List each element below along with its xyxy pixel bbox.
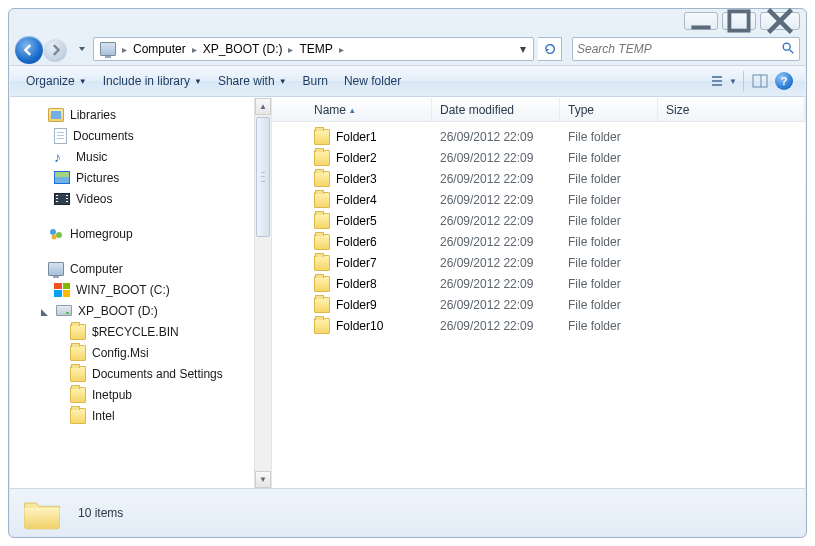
folder-icon — [314, 297, 330, 313]
minimize-button[interactable] — [684, 12, 718, 30]
scroll-up-button[interactable]: ▲ — [255, 98, 271, 115]
close-button[interactable] — [760, 12, 800, 30]
address-dropdown[interactable]: ▾ — [515, 42, 531, 56]
nav-drive-c[interactable]: WIN7_BOOT (C:) — [10, 279, 271, 300]
nav-label: Inetpub — [92, 388, 132, 402]
back-button[interactable] — [15, 36, 43, 64]
file-row[interactable]: Folder926/09/2012 22:09File folder — [272, 294, 805, 315]
nav-videos[interactable]: Videos — [10, 188, 271, 209]
forward-button[interactable] — [43, 38, 67, 62]
navigation-pane: Libraries Documents ♪Music Pictures Vide… — [10, 98, 272, 488]
folder-icon — [70, 408, 86, 424]
file-row[interactable]: Folder1026/09/2012 22:09File folder — [272, 315, 805, 336]
file-type: File folder — [560, 214, 658, 228]
refresh-button[interactable] — [538, 37, 562, 61]
organize-label: Organize — [26, 74, 75, 88]
nav-label: XP_BOOT (D:) — [78, 304, 158, 318]
burn-button[interactable]: Burn — [295, 70, 336, 92]
folder-icon — [314, 276, 330, 292]
scroll-thumb[interactable] — [256, 117, 270, 237]
column-size[interactable]: Size — [658, 98, 805, 122]
column-name[interactable]: Name▴ — [272, 98, 432, 122]
nav-folder[interactable]: Inetpub — [10, 384, 271, 405]
file-name: Folder5 — [336, 214, 377, 228]
organize-button[interactable]: Organize▼ — [18, 70, 95, 92]
file-list: Folder126/09/2012 22:09File folderFolder… — [272, 122, 805, 488]
file-row[interactable]: Folder226/09/2012 22:09File folder — [272, 147, 805, 168]
folder-icon — [70, 387, 86, 403]
column-date[interactable]: Date modified — [432, 98, 560, 122]
address-bar[interactable]: ▸ Computer ▸ XP_BOOT (D:) ▸ TEMP ▸ ▾ — [93, 37, 534, 61]
nav-history-dropdown[interactable] — [75, 36, 89, 62]
maximize-button[interactable] — [722, 12, 756, 30]
breadcrumb-segment[interactable]: Computer — [129, 38, 190, 60]
folder-icon — [70, 366, 86, 382]
file-row[interactable]: Folder626/09/2012 22:09File folder — [272, 231, 805, 252]
chevron-right-icon[interactable]: ▸ — [286, 44, 295, 55]
homegroup-icon — [48, 226, 64, 242]
address-root-icon[interactable] — [96, 38, 120, 60]
svg-rect-6 — [712, 76, 722, 78]
search-input[interactable] — [577, 42, 781, 56]
nav-computer[interactable]: Computer — [10, 258, 271, 279]
nav-label: Computer — [70, 262, 123, 276]
file-row[interactable]: Folder426/09/2012 22:09File folder — [272, 189, 805, 210]
chevron-right-icon[interactable]: ▸ — [337, 44, 346, 55]
help-icon: ? — [775, 72, 793, 90]
file-type: File folder — [560, 256, 658, 270]
explorer-window: ▸ Computer ▸ XP_BOOT (D:) ▸ TEMP ▸ ▾ Org… — [8, 8, 807, 538]
nav-folder[interactable]: Config.Msi — [10, 342, 271, 363]
new-folder-button[interactable]: New folder — [336, 70, 409, 92]
file-row[interactable]: Folder526/09/2012 22:09File folder — [272, 210, 805, 231]
titlebar — [9, 9, 806, 33]
nav-folder[interactable]: Documents and Settings — [10, 363, 271, 384]
folder-icon — [314, 213, 330, 229]
svg-point-11 — [50, 229, 56, 235]
file-row[interactable]: Folder126/09/2012 22:09File folder — [272, 126, 805, 147]
folder-icon — [70, 324, 86, 340]
nav-folder[interactable]: $RECYCLE.BIN — [10, 321, 271, 342]
svg-point-13 — [52, 234, 57, 239]
file-date: 26/09/2012 22:09 — [432, 256, 560, 270]
share-with-button[interactable]: Share with▼ — [210, 70, 295, 92]
breadcrumb-segment[interactable]: TEMP — [295, 38, 336, 60]
include-label: Include in library — [103, 74, 190, 88]
folder-large-icon — [22, 495, 62, 531]
help-button[interactable]: ? — [771, 70, 797, 92]
nav-scrollbar[interactable]: ▲ ▼ — [254, 98, 271, 488]
chevron-right-icon[interactable]: ▸ — [120, 44, 129, 55]
chevron-right-icon[interactable]: ▸ — [190, 44, 199, 55]
file-name: Folder9 — [336, 298, 377, 312]
nav-music[interactable]: ♪Music — [10, 146, 271, 167]
svg-rect-1 — [729, 11, 748, 30]
folder-icon — [314, 171, 330, 187]
nav-label: Documents — [73, 129, 134, 143]
nav-documents[interactable]: Documents — [10, 125, 271, 146]
collapse-icon[interactable] — [40, 306, 50, 316]
nav-libraries[interactable]: Libraries — [10, 104, 271, 125]
file-row[interactable]: Folder326/09/2012 22:09File folder — [272, 168, 805, 189]
file-row[interactable]: Folder826/09/2012 22:09File folder — [272, 273, 805, 294]
nav-pictures[interactable]: Pictures — [10, 167, 271, 188]
scroll-track[interactable] — [255, 115, 271, 471]
scroll-down-button[interactable]: ▼ — [255, 471, 271, 488]
file-type: File folder — [560, 130, 658, 144]
column-type[interactable]: Type — [560, 98, 658, 122]
expand-icon — [32, 110, 42, 120]
status-count: 10 items — [78, 506, 123, 520]
nav-drive-d[interactable]: XP_BOOT (D:) — [10, 300, 271, 321]
list-pane: Name▴ Date modified Type Size Folder126/… — [272, 98, 805, 488]
include-in-library-button[interactable]: Include in library▼ — [95, 70, 210, 92]
file-name: Folder1 — [336, 130, 377, 144]
file-type: File folder — [560, 172, 658, 186]
preview-pane-button[interactable] — [743, 70, 769, 92]
nav-folder[interactable]: Intel — [10, 405, 271, 426]
file-row[interactable]: Folder726/09/2012 22:09File folder — [272, 252, 805, 273]
nav-homegroup[interactable]: Homegroup — [10, 223, 271, 244]
command-bar: Organize▼ Include in library▼ Share with… — [10, 65, 805, 97]
file-date: 26/09/2012 22:09 — [432, 151, 560, 165]
breadcrumb-segment[interactable]: XP_BOOT (D:) — [199, 38, 287, 60]
view-options-button[interactable]: ▼ — [711, 70, 737, 92]
search-box[interactable] — [572, 37, 800, 61]
music-icon: ♪ — [54, 149, 70, 165]
